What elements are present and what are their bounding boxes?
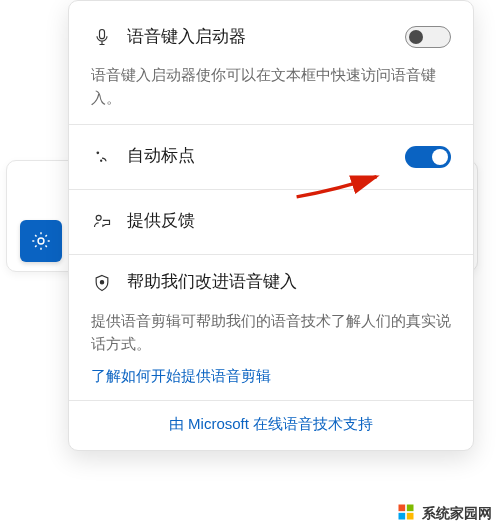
learn-more-link[interactable]: 了解如何开始提供语音剪辑 (91, 367, 451, 386)
setting-voice-launcher: 语音键入启动器 语音键入启动器使你可以在文本框中快速访问语音键入。 (69, 9, 473, 124)
setting-title: 语音键入启动器 (127, 26, 246, 48)
svg-rect-7 (407, 505, 414, 512)
gear-icon (30, 230, 52, 252)
svg-rect-9 (407, 513, 414, 520)
watermark-text: 系统家园网 (422, 505, 492, 523)
svg-point-5 (100, 280, 103, 283)
setting-description: 提供语音剪辑可帮助我们的语音技术了解人们的真实说话方式。 (91, 309, 451, 356)
setting-help-improve: 帮助我们改进语音键入 提供语音剪辑可帮助我们的语音技术了解人们的真实说话方式。 … (69, 255, 473, 401)
setting-title: 自动标点 (127, 145, 195, 167)
punctuation-icon (91, 146, 113, 168)
watermark: 系统家园网 (396, 502, 492, 525)
setting-title: 帮助我们改进语音键入 (127, 271, 297, 293)
microphone-icon (91, 26, 113, 48)
setting-give-feedback[interactable]: 提供反馈 (69, 190, 473, 254)
svg-point-4 (96, 215, 101, 220)
voice-launcher-toggle[interactable] (405, 26, 451, 48)
settings-button[interactable] (20, 220, 62, 262)
setting-description: 语音键入启动器使你可以在文本框中快速访问语音键入。 (91, 63, 451, 110)
setting-auto-punctuation: 自动标点 (69, 125, 473, 189)
svg-rect-1 (100, 30, 105, 39)
shield-icon (91, 272, 113, 294)
watermark-logo-icon (396, 502, 416, 525)
feedback-icon (91, 211, 113, 233)
svg-point-0 (38, 238, 44, 244)
footer-attribution: 由 Microsoft 在线语音技术支持 (69, 401, 473, 444)
setting-title: 提供反馈 (127, 210, 195, 232)
svg-rect-6 (399, 505, 406, 512)
voice-typing-settings-panel: 语音键入启动器 语音键入启动器使你可以在文本框中快速访问语音键入。 自动标点 (68, 0, 474, 451)
svg-point-3 (100, 159, 102, 161)
auto-punctuation-toggle[interactable] (405, 146, 451, 168)
svg-rect-8 (399, 513, 406, 520)
svg-point-2 (97, 151, 100, 154)
